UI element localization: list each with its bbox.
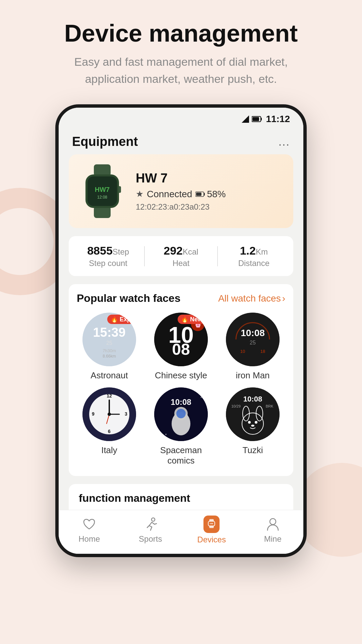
kcal-unit: Kcal xyxy=(183,247,198,256)
watch-face-label-ironman: iron Man xyxy=(236,370,269,381)
device-status: ★ Connected 58% xyxy=(136,189,283,200)
svg-point-56 xyxy=(251,425,254,427)
watch-face-label-spaceman: Spaceman comics xyxy=(148,445,214,466)
svg-text:10:08: 10:08 xyxy=(171,397,191,407)
svg-point-42 xyxy=(165,434,167,435)
status-icons xyxy=(242,115,262,123)
nav-devices-label: Devices xyxy=(197,535,226,544)
watch-face-label-astronaut: Astronaut xyxy=(90,370,128,381)
nav-home[interactable]: Home xyxy=(59,516,120,544)
status-bar: 11:12 xyxy=(59,108,303,128)
watch-icon: HW xyxy=(206,518,217,529)
svg-text:HW: HW xyxy=(210,523,213,525)
svg-marker-0 xyxy=(242,115,249,123)
watch-face-astronaut[interactable]: 15:39 25 7h30m 8.66km 🔥 Exp Astronaut xyxy=(77,313,142,381)
all-faces-link[interactable]: All watch faces › xyxy=(218,293,285,304)
tuzki-face-svg: 10:08 10/29 BRK xyxy=(226,387,280,441)
svg-point-54 xyxy=(248,421,251,424)
battery-small-icon xyxy=(195,192,205,197)
device-info: HW 7 ★ Connected 58% 12:02:23:a0:23a0:23 xyxy=(136,171,283,212)
phone-content: Equipment ... HW7 12:08 xyxy=(59,128,303,554)
svg-text:25: 25 xyxy=(106,340,112,346)
device-image: HW7 12:08 xyxy=(79,164,126,218)
watch-faces-section: Popular watch faces All watch faces › 15… xyxy=(69,284,293,476)
watch-face-chinese[interactable]: 10 08 🌸 🔥 New Chinese style xyxy=(148,313,214,381)
steps-unit: Step xyxy=(113,247,129,256)
svg-text:12: 12 xyxy=(107,393,112,398)
svg-text:10:08: 10:08 xyxy=(243,395,262,403)
watch-face-tuzki[interactable]: 10:08 10/29 BRK xyxy=(220,387,285,466)
svg-text:6: 6 xyxy=(108,429,111,434)
stat-steps: 8855Step Step count xyxy=(72,244,144,268)
nav-mine[interactable]: Mine xyxy=(242,516,304,544)
svg-rect-12 xyxy=(204,193,205,196)
italy-face-svg: 12 3 6 9 xyxy=(82,387,136,441)
page-subtitle: Easy and fast management of dial market,… xyxy=(64,53,298,88)
badge-exp: 🔥 Exp xyxy=(107,315,134,324)
watch-face-img-astronaut: 15:39 25 7h30m 8.66km 🔥 Exp xyxy=(82,313,136,366)
watch-faces-title: Popular watch faces xyxy=(77,292,180,305)
run-icon xyxy=(142,516,159,532)
watch-face-spaceman[interactable]: 10:08 Spaceman comics xyxy=(148,387,214,466)
watch-face-label-tuzki: Tuzki xyxy=(242,445,263,455)
more-button[interactable]: ... xyxy=(279,135,290,148)
svg-point-38 xyxy=(108,413,111,416)
status-time: 11:12 xyxy=(266,114,290,124)
nav-home-label: Home xyxy=(78,534,100,544)
distance-value: 1.2 xyxy=(240,244,256,257)
svg-point-63 xyxy=(270,519,276,525)
equipment-header: Equipment ... xyxy=(59,128,303,154)
badge-new: 🔥 New xyxy=(178,315,206,324)
distance-label: Distance xyxy=(218,259,290,268)
svg-rect-2 xyxy=(261,118,262,120)
svg-rect-5 xyxy=(94,206,111,218)
distance-unit: Km xyxy=(256,247,268,256)
kcal-label: Heat xyxy=(145,259,217,268)
kcal-value: 292 xyxy=(164,244,183,257)
svg-text:25: 25 xyxy=(250,340,256,345)
svg-point-55 xyxy=(255,421,257,424)
page-title: Device management xyxy=(64,20,298,47)
watch-face-img-tuzki: 10:08 10/29 BRK xyxy=(226,387,280,441)
func-management-section: function management xyxy=(69,484,293,510)
devices-icon-container: HW xyxy=(203,516,220,533)
svg-rect-3 xyxy=(252,117,259,121)
nav-devices[interactable]: HW Devices xyxy=(181,516,242,544)
battery-status: 58% xyxy=(195,189,226,200)
stat-kcal: 292Kcal Heat xyxy=(145,244,217,268)
nav-sports[interactable]: Sports xyxy=(120,516,181,544)
svg-text:08: 08 xyxy=(172,340,190,358)
user-icon xyxy=(265,516,281,532)
svg-rect-10 xyxy=(118,186,121,193)
watch-faces-header: Popular watch faces All watch faces › xyxy=(77,292,285,305)
nav-mine-label: Mine xyxy=(264,534,282,544)
device-mac: 12:02:23:a0:23a0:23 xyxy=(136,202,283,212)
svg-text:BRK: BRK xyxy=(266,404,274,408)
svg-text:15:39: 15:39 xyxy=(93,325,125,339)
battery-icon xyxy=(252,116,262,122)
svg-text:10:08: 10:08 xyxy=(241,328,265,338)
svg-text:18: 18 xyxy=(260,349,265,354)
svg-text:HW7: HW7 xyxy=(95,186,110,193)
steps-value: 8855 xyxy=(87,244,113,257)
watch-face-italy[interactable]: 12 3 6 9 Italy xyxy=(77,387,142,466)
svg-rect-4 xyxy=(94,164,111,176)
device-card[interactable]: HW7 12:08 HW 7 ★ Connected xyxy=(69,154,293,228)
watch-face-label-italy: Italy xyxy=(101,445,117,455)
watch-illustration: HW7 12:08 xyxy=(79,164,126,218)
device-name: HW 7 xyxy=(136,171,283,185)
stats-row: 8855Step Step count 292Kcal Heat 1.2Km D… xyxy=(69,236,293,276)
svg-point-57 xyxy=(152,518,155,521)
svg-text:8.66km: 8.66km xyxy=(103,354,116,359)
svg-rect-13 xyxy=(196,193,201,196)
bluetooth-icon: ★ xyxy=(136,189,143,199)
watch-face-img-chinese: 10 08 🌸 🔥 New xyxy=(154,313,208,366)
ironman-face-svg: 10:08 25 10 18 xyxy=(226,313,280,366)
svg-point-46 xyxy=(176,409,186,418)
watch-faces-grid: 15:39 25 7h30m 8.66km 🔥 Exp Astronaut xyxy=(77,313,285,466)
svg-text:3: 3 xyxy=(125,411,127,417)
watch-face-ironman[interactable]: 10:08 25 10 18 iron Man xyxy=(220,313,285,381)
steps-label: Step count xyxy=(72,259,144,268)
watch-face-img-italy: 12 3 6 9 xyxy=(82,387,136,441)
svg-point-40 xyxy=(160,393,162,395)
